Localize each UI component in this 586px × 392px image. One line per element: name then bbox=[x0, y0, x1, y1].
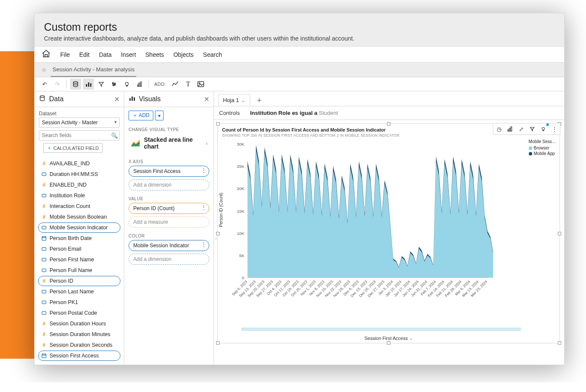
data-panel-icon bbox=[39, 95, 46, 103]
filter-value[interactable]: Student bbox=[319, 110, 338, 116]
number-type-icon: # bbox=[41, 161, 47, 167]
bulb-icon[interactable] bbox=[539, 124, 548, 134]
field-item[interactable]: Person PK1 bbox=[38, 297, 120, 307]
field-item[interactable]: Person Birth Date bbox=[38, 233, 120, 243]
field-label: Person ID bbox=[50, 278, 73, 284]
visuals-panel-toggle-icon[interactable] bbox=[83, 79, 94, 90]
field-item[interactable]: #Mobile Session Boolean bbox=[38, 212, 120, 222]
filter-icon[interactable] bbox=[96, 79, 107, 90]
add-label: ADD: bbox=[154, 82, 166, 87]
svg-rect-8 bbox=[138, 85, 139, 87]
field-item[interactable]: Person Last Name bbox=[38, 287, 120, 297]
insights-icon[interactable] bbox=[121, 79, 132, 90]
color-field-pill[interactable]: Mobile Session Indicator⋮ bbox=[129, 240, 209, 251]
chevron-down-icon[interactable]: ⌄ bbox=[241, 97, 246, 103]
menu-file[interactable]: File bbox=[60, 51, 70, 58]
svg-point-4 bbox=[112, 82, 113, 83]
date-type-icon bbox=[41, 236, 47, 241]
calculated-field-button[interactable]: ＋CALCULATED FIELD bbox=[43, 143, 103, 153]
field-item[interactable]: #Session Duration Hours bbox=[38, 319, 120, 329]
text-type-icon bbox=[41, 310, 47, 316]
resize-handle[interactable] bbox=[216, 122, 220, 126]
undo-icon[interactable]: ↶ bbox=[39, 79, 50, 90]
add-image-icon[interactable] bbox=[195, 79, 206, 90]
field-item[interactable]: #Person ID bbox=[38, 276, 120, 286]
add-visual-button[interactable]: ＋ ADD bbox=[129, 111, 153, 120]
chart-subtitle: SHOWING TOP 200 IN SESSION FIRST ACCESS … bbox=[222, 133, 399, 137]
menu-sheets[interactable]: Sheets bbox=[145, 51, 164, 58]
value-placeholder[interactable]: Add a measure bbox=[129, 216, 209, 228]
format-icon[interactable] bbox=[505, 124, 515, 134]
legend-item[interactable]: Browser bbox=[529, 146, 556, 150]
menu-insert[interactable]: Insert bbox=[121, 51, 136, 58]
svg-point-31 bbox=[542, 127, 545, 130]
resize-handle[interactable] bbox=[216, 232, 220, 235]
home-icon[interactable] bbox=[41, 49, 51, 60]
resize-handle[interactable] bbox=[216, 341, 220, 345]
resize-handle[interactable] bbox=[558, 232, 561, 235]
visual-type-selector[interactable]: Stacked area line chart › bbox=[129, 134, 209, 152]
resize-handle[interactable] bbox=[387, 122, 390, 126]
x-axis-label[interactable]: Session First Access ⌄ bbox=[218, 336, 560, 341]
search-fields[interactable]: 🔍 bbox=[39, 130, 120, 140]
dataset-select[interactable]: Session Activity - Master bbox=[39, 117, 120, 128]
value-field-pill[interactable]: Person ID (Count)⋮ bbox=[129, 203, 209, 214]
field-item[interactable]: #Interaction Count bbox=[38, 201, 120, 211]
xaxis-field-pill[interactable]: Session First Access⋮ bbox=[129, 166, 209, 177]
chart-scrubber[interactable] bbox=[241, 328, 521, 331]
color-placeholder[interactable]: Add a dimension bbox=[129, 254, 209, 265]
field-item[interactable]: Duration HH:MM:SS bbox=[38, 169, 120, 179]
svg-point-6 bbox=[113, 85, 114, 85]
field-item[interactable]: #AVAILABLE_IND bbox=[38, 158, 120, 169]
field-item[interactable]: #Session Duration Minutes bbox=[38, 329, 120, 339]
add-visual-dropdown[interactable]: ▾ bbox=[155, 111, 164, 120]
parameters-icon[interactable] bbox=[108, 79, 120, 90]
svg-text:5K: 5K bbox=[239, 253, 244, 258]
field-item[interactable]: Institution Role bbox=[38, 190, 120, 201]
add-sheet-button[interactable]: ＋ bbox=[254, 95, 265, 105]
svg-rect-28 bbox=[508, 130, 509, 132]
maximize-icon[interactable]: ⤢ bbox=[516, 124, 526, 134]
add-line-chart-icon[interactable] bbox=[170, 79, 181, 90]
field-label: Session Duration Seconds bbox=[50, 342, 112, 348]
field-item[interactable]: #ENABLED_IND bbox=[38, 180, 120, 190]
close-icon[interactable]: ✕ bbox=[114, 95, 120, 103]
field-item[interactable]: Person Email bbox=[38, 244, 120, 254]
resize-handle[interactable] bbox=[387, 341, 390, 345]
more-icon[interactable]: ⋮ bbox=[201, 242, 206, 248]
menu-edit[interactable]: Edit bbox=[79, 51, 90, 58]
themes-icon[interactable] bbox=[134, 79, 145, 90]
filter-icon[interactable] bbox=[527, 124, 537, 134]
field-label: ENABLED_IND bbox=[50, 182, 87, 188]
menu-search[interactable]: Search bbox=[203, 51, 222, 58]
field-item[interactable]: #Session Duration Seconds bbox=[38, 340, 120, 350]
redo-icon[interactable]: ↷ bbox=[52, 79, 63, 90]
field-item[interactable]: Mobile Session Indicator bbox=[38, 222, 120, 233]
svg-rect-18 bbox=[42, 248, 46, 251]
analysis-tab[interactable]: Session Activity - Master analysis bbox=[51, 63, 136, 77]
field-item[interactable]: Session First Access bbox=[38, 351, 120, 361]
resize-handle[interactable] bbox=[558, 341, 561, 345]
field-item[interactable]: Person Postal Code bbox=[38, 308, 120, 318]
star-icon[interactable]: ☆ bbox=[41, 67, 47, 73]
search-input[interactable] bbox=[39, 131, 108, 140]
field-item[interactable]: Person First Name bbox=[38, 255, 120, 265]
legend-item[interactable]: Mobile App bbox=[529, 151, 556, 156]
sheet-tab[interactable]: Hoja 1 ⌄ bbox=[218, 94, 250, 106]
add-text-icon[interactable]: T bbox=[182, 79, 193, 90]
clock-icon[interactable]: ◷ bbox=[494, 124, 504, 134]
xaxis-placeholder[interactable]: Add a dimension bbox=[129, 179, 209, 190]
data-panel-toggle-icon[interactable] bbox=[70, 79, 81, 90]
svg-rect-17 bbox=[42, 237, 46, 240]
more-icon[interactable]: ⋮ bbox=[550, 124, 559, 134]
controls-label[interactable]: Controls bbox=[219, 110, 240, 116]
chart-visual[interactable]: ◷ ⤢ ⋮ Count of Person Id by Session Firs… bbox=[217, 123, 560, 343]
menu-data[interactable]: Data bbox=[99, 51, 112, 58]
close-icon[interactable]: ✕ bbox=[204, 95, 209, 103]
field-item[interactable]: Person Full Name bbox=[38, 265, 120, 275]
more-icon[interactable]: ⋮ bbox=[201, 205, 206, 211]
more-icon[interactable]: ⋮ bbox=[201, 167, 206, 173]
search-icon[interactable]: 🔍 bbox=[108, 132, 120, 139]
menu-objects[interactable]: Objects bbox=[173, 51, 193, 58]
y-axis-label: Person ID (Count) bbox=[219, 193, 223, 227]
